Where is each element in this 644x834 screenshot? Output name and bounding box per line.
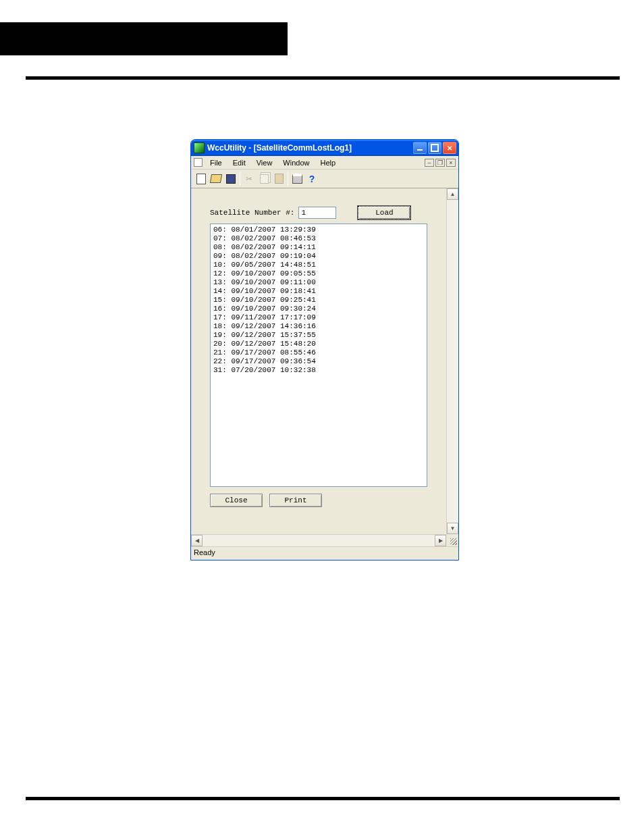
cut-icon — [242, 172, 257, 186]
paste-icon — [271, 172, 286, 186]
help-icon[interactable] — [304, 172, 319, 186]
titlebar-buttons — [413, 142, 456, 154]
print-icon[interactable] — [290, 172, 304, 186]
menu-view[interactable]: View — [251, 157, 278, 168]
bottom-buttons: Close Print — [210, 494, 434, 507]
mdi-minimize-button[interactable]: – — [425, 159, 434, 167]
page-rule-bottom — [26, 797, 620, 800]
toolbar-separator — [240, 172, 240, 186]
menubar: File Edit View Window Help – ❐ × — [191, 156, 458, 170]
open-file-icon[interactable] — [209, 172, 223, 186]
minimize-button[interactable] — [413, 142, 427, 154]
page-rule-top — [26, 76, 620, 80]
menu-help[interactable]: Help — [315, 157, 341, 168]
close-button[interactable]: Close — [210, 494, 263, 507]
load-button[interactable]: Load — [358, 206, 410, 219]
scroll-down-button[interactable] — [447, 523, 458, 534]
maximize-button[interactable] — [428, 142, 441, 154]
horizontal-scrollbar[interactable] — [191, 534, 446, 546]
scroll-right-button[interactable] — [435, 535, 446, 546]
app-icon — [194, 142, 205, 153]
scroll-left-button[interactable] — [191, 535, 203, 546]
satellite-number-input[interactable] — [298, 207, 336, 219]
window-title: WccUtility - [SatelliteCommLostLog1] — [207, 143, 413, 153]
form-area: Satellite Number #: Load 06: 08/01/2007 … — [191, 188, 446, 534]
titlebar[interactable]: WccUtility - [SatelliteCommLostLog1] — [191, 140, 458, 156]
scroll-track[interactable] — [203, 535, 435, 546]
resize-grip[interactable] — [446, 534, 458, 546]
vertical-scrollbar[interactable] — [446, 188, 458, 534]
menu-window[interactable]: Window — [277, 157, 315, 168]
close-button-label: Close — [225, 496, 247, 504]
copy-icon — [257, 172, 271, 186]
client-area: Satellite Number #: Load 06: 08/01/2007 … — [191, 188, 458, 546]
mdi-close-button[interactable]: × — [446, 159, 456, 167]
app-window: WccUtility - [SatelliteCommLostLog1] Fil… — [190, 139, 459, 561]
mdi-restore-button[interactable]: ❐ — [435, 159, 445, 167]
print-button-label: Print — [284, 496, 306, 504]
menu-file[interactable]: File — [205, 157, 227, 168]
document-icon[interactable] — [194, 158, 203, 167]
load-button-label: Load — [375, 209, 393, 217]
satellite-row: Satellite Number #: Load — [210, 206, 434, 219]
mdi-controls: – ❐ × — [425, 159, 458, 167]
page-header-bar — [0, 22, 288, 55]
print-button[interactable]: Print — [269, 494, 322, 507]
menu-edit[interactable]: Edit — [227, 157, 251, 168]
log-listbox[interactable]: 06: 08/01/2007 13:29:39 07: 08/02/2007 0… — [210, 224, 427, 487]
status-text: Ready — [194, 548, 215, 556]
toolbar — [191, 170, 458, 188]
scroll-track[interactable] — [447, 200, 458, 523]
statusbar: Ready — [191, 546, 458, 560]
toolbar-separator — [288, 172, 288, 186]
close-window-button[interactable] — [443, 142, 456, 154]
scroll-up-button[interactable] — [447, 188, 458, 200]
satellite-number-label: Satellite Number #: — [210, 209, 294, 217]
save-file-icon[interactable] — [223, 172, 238, 186]
new-file-icon[interactable] — [194, 172, 209, 186]
